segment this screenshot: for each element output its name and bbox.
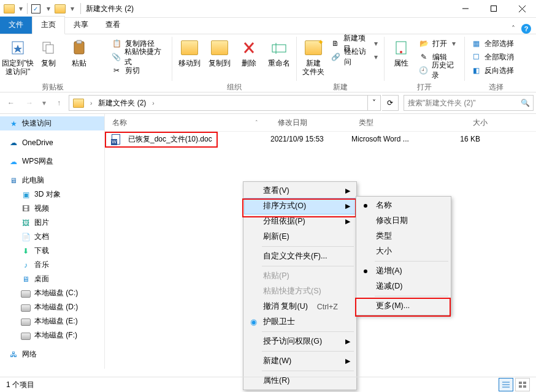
sort-by-size[interactable]: 大小 [358,244,450,259]
menu-separator [262,351,354,352]
history-button[interactable]: 🕘历史记录 [416,64,461,77]
svg-rect-7 [46,45,53,53]
ribbon: 固定到"快 速访问" 复制 粘贴 剪贴板 📋复制路径 📎粘贴快捷方式 ✂剪切 移… [0,34,536,92]
qat-dropdown-icon[interactable]: ▾ [45,2,52,15]
sidebar-item-downloads[interactable]: ⬇下载 [0,244,104,258]
column-size[interactable]: 大小 [437,118,499,128]
qat-dropdown-icon[interactable]: ▾ [17,2,25,15]
tab-share[interactable]: 共享 [65,17,97,34]
maximize-button[interactable] [480,0,508,17]
copy-button[interactable]: 复制 [34,36,63,67]
paste-button[interactable]: 粘贴 [65,36,93,67]
copy-to-button[interactable]: 复制到 [206,36,234,67]
address-dropdown-icon[interactable]: ˅ [367,96,380,110]
menu-separator [375,261,448,262]
radio-dot-icon [364,270,367,273]
menu-separator [375,296,448,296]
chevron-right-icon[interactable]: › [150,100,156,107]
delete-button[interactable]: 删除 [235,36,263,67]
menu-item-paste: 粘贴(P) [245,268,355,284]
folder-icon [73,99,84,108]
sidebar-item-onedrive[interactable]: ☁OneDrive [0,135,104,149]
sidebar-item-this-pc[interactable]: 🖥此电脑 [0,173,104,187]
menu-item-undo-copy[interactable]: 撤消 复制(U)Ctrl+Z [245,299,355,314]
sidebar-item-3d-objects[interactable]: ▣3D 对象 [0,187,104,202]
up-button[interactable]: ↑ [50,95,67,111]
sidebar-item-disk-d[interactable]: 本地磁盘 (D:) [0,300,104,314]
details-view-button[interactable] [499,378,513,391]
invert-selection-button[interactable]: ◧反向选择 [469,64,516,77]
back-button[interactable]: ← [2,95,20,111]
menu-item-customize-folder[interactable]: 自定义文件夹(F)... [245,249,355,264]
download-icon: ⬇ [21,246,31,256]
paste-shortcut-button[interactable]: 📎粘贴快捷方式 [109,50,168,64]
refresh-button[interactable]: ⟳ [382,95,399,111]
menu-item-new[interactable]: 新建(W)▶ [245,353,355,369]
file-date: 2021/10/9 15:53 [263,135,344,143]
minimize-button[interactable] [451,0,480,17]
column-date[interactable]: 修改日期 [270,118,351,128]
sidebar-item-documents[interactable]: 📄文档 [0,230,104,244]
sort-by-type[interactable]: 类型 [358,228,450,244]
column-name[interactable]: 名称˄ [105,118,270,128]
folder-icon [53,2,67,15]
svg-rect-9 [77,40,82,43]
search-box[interactable]: 🔍 [404,95,534,111]
recent-locations-button[interactable]: ▾ [39,95,49,111]
open-button[interactable]: 📂打开▾ [416,37,461,50]
menu-item-refresh[interactable]: 刷新(E) [245,229,355,244]
content-area: ★快速访问 ☁OneDrive ☁WPS网盘 🖥此电脑 ▣3D 对象 🎞视频 🖼… [0,114,536,369]
sort-by-name[interactable]: 名称 [358,198,450,213]
sidebar-item-music[interactable]: ♪音乐 [0,258,104,272]
chevron-up-icon[interactable]: ˄ [511,24,515,33]
svg-rect-22 [523,385,526,388]
forward-button[interactable]: → [21,95,38,111]
sidebar-item-wps[interactable]: ☁WPS网盘 [0,154,104,168]
properties-icon[interactable] [30,2,44,15]
new-folder-button[interactable]: ✦新建 文件夹 [301,36,326,76]
sidebar-item-quick-access[interactable]: ★快速访问 [0,116,104,130]
search-input[interactable] [404,99,517,107]
menu-separator [262,246,354,247]
cube-icon: ▣ [21,190,31,200]
cut-button[interactable]: ✂剪切 [109,64,168,77]
close-button[interactable] [508,0,536,17]
svg-point-15 [400,51,402,53]
sidebar-item-disk-f[interactable]: 本地磁盘 (F:) [0,328,104,342]
tab-view[interactable]: 查看 [97,17,129,34]
qat-overflow-icon[interactable]: ▾ [68,2,77,15]
sidebar-item-desktop[interactable]: 🖥桌面 [0,272,104,286]
sidebar-item-disk-e[interactable]: 本地磁盘 (E:) [0,314,104,328]
svg-rect-12 [272,45,286,52]
select-all-button[interactable]: ▦全部选择 [469,37,516,50]
menu-item-view[interactable]: 查看(V)▶ [245,183,355,198]
sort-ascending[interactable]: 递增(A) [358,263,450,279]
chevron-right-icon[interactable]: › [88,100,94,107]
tab-file[interactable]: 文件 [0,17,32,34]
select-none-button[interactable]: ☐全部取消 [469,50,516,64]
move-to-button[interactable]: 移动到 [176,36,204,67]
sort-descending[interactable]: 递减(D) [358,279,450,294]
rename-button[interactable]: 重命名 [266,36,293,67]
column-type[interactable]: 类型 [351,118,437,128]
breadcrumb-segment[interactable]: 新建文件夹 (2) [98,98,146,108]
help-icon[interactable]: ? [521,24,531,34]
tab-home[interactable]: 主页 [32,16,65,34]
properties-button[interactable]: 属性 [388,36,414,67]
search-icon[interactable]: 🔍 [517,96,533,110]
sidebar-item-network[interactable]: 🖧网络 [0,347,104,361]
sidebar-item-videos[interactable]: 🎞视频 [0,202,104,216]
large-icons-view-button[interactable] [515,378,530,391]
disk-icon [21,331,31,341]
pin-to-quick-access-button[interactable]: 固定到"快 速访问" [4,36,32,76]
menu-separator [262,266,354,266]
sidebar-item-disk-c[interactable]: 本地磁盘 (C:) [0,286,104,300]
breadcrumb[interactable]: › 新建文件夹 (2) › ˅ [69,95,381,111]
easy-access-button[interactable]: 🔗轻松访问▾ [329,50,380,64]
menu-item-eyecare[interactable]: ◉护眼卫士 [245,314,355,330]
sort-by-date[interactable]: 修改日期 [358,213,450,228]
menu-separator [262,371,354,371]
menu-item-grant-access[interactable]: 授予访问权限(G)▶ [245,334,355,349]
navigation-pane[interactable]: ★快速访问 ☁OneDrive ☁WPS网盘 🖥此电脑 ▣3D 对象 🎞视频 🖼… [0,114,105,369]
sidebar-item-pictures[interactable]: 🖼图片 [0,216,104,230]
